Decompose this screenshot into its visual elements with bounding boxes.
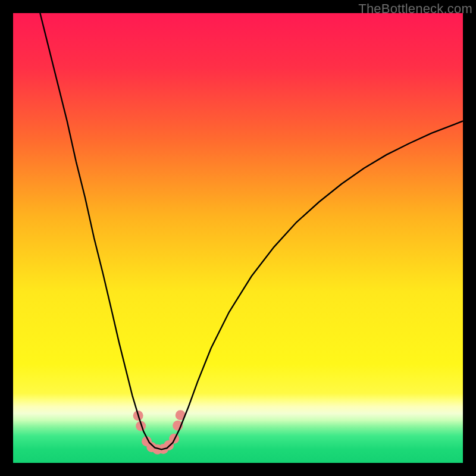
chart-frame [13, 13, 463, 463]
gradient-background [13, 13, 463, 463]
watermark-text: TheBottleneck.com [358, 1, 472, 17]
bottleneck-chart [13, 13, 463, 463]
